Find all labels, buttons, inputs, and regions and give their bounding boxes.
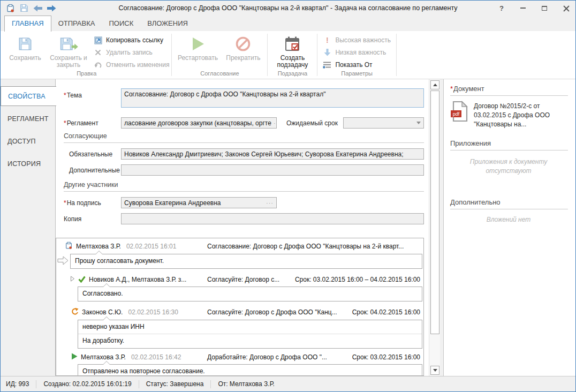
- scrollbar-thumb[interactable]: [430, 91, 439, 334]
- attachments-empty-text: Приложения к документу отсутствуют: [450, 157, 567, 176]
- pdf-icon: pdf: [450, 101, 468, 129]
- expander-icon[interactable]: [70, 276, 75, 283]
- thread-message-box[interactable]: неверно указан ИНН На доработку.: [78, 320, 422, 349]
- copy-link-label: Копировать ссылку: [106, 36, 163, 44]
- title-bar: Согласование: Договор с Дрофа ООО "Канцт…: [1, 1, 575, 16]
- forward-icon[interactable]: [47, 5, 56, 12]
- create-subtask-icon: [284, 35, 301, 53]
- additional-section-header: Дополнительно: [450, 198, 568, 209]
- status-state: Статус: Завершена: [146, 380, 204, 388]
- required-marker: *: [64, 92, 66, 99]
- status-bar: ИД: 993 Создано: 02.02.2015 16:01:19 Ста…: [1, 376, 575, 391]
- quick-save-icon[interactable]: [20, 4, 28, 12]
- thread-subject: Согласуйте: Договор с Дрофа ООО "Канц...: [207, 308, 337, 316]
- tab-poisk[interactable]: ПОИСК: [102, 16, 140, 31]
- required-marker: *: [64, 199, 66, 207]
- thread-message-box[interactable]: Прошу согласовать документ.: [70, 254, 422, 269]
- vertical-scrollbar[interactable]: [429, 79, 440, 376]
- thread-message-text: Прошу согласовать документ.: [71, 254, 422, 268]
- save-and-close-button[interactable]: Сохранить и закрыть: [47, 31, 90, 69]
- copy-label: Копия: [64, 215, 81, 223]
- thread-item-header[interactable]: Мелтахова З.Р. 02.02.2015 16:01 Согласов…: [56, 242, 422, 251]
- tema-field[interactable]: Согласование: Договор с Дрофа ООО "Канцт…: [121, 88, 424, 108]
- ribbon-group-approval-label: Согласование: [174, 70, 265, 79]
- required-marker: *: [450, 85, 453, 93]
- status-separator: [210, 380, 211, 388]
- low-importance-button[interactable]: Низкая важность: [323, 48, 390, 57]
- sidebar-item-istoriya[interactable]: ИСТОРИЯ: [1, 154, 55, 174]
- close-button[interactable]: [562, 4, 570, 12]
- sidebar-item-svoystva[interactable]: СВОЙСТВА: [1, 86, 56, 106]
- ribbon-group-subtask: Создать подзадачу Подзадача: [268, 31, 317, 79]
- thread-author: Новиков А.Д., Мелтахова З.Р. з...: [89, 276, 186, 283]
- section-other-participants: Другие участники: [64, 181, 424, 192]
- scroll-up-button[interactable]: [430, 80, 439, 89]
- expected-combobox[interactable]: [343, 117, 424, 129]
- thread-date: 02.02.2015 16:01: [126, 243, 176, 250]
- scroll-down-button[interactable]: [430, 366, 439, 375]
- undo-icon: [94, 61, 102, 69]
- thread-item-header[interactable]: Мелтахова З.Р. 02.02.2015 16:42 Доработа…: [56, 352, 422, 362]
- tab-glavnaya[interactable]: ГЛАВНАЯ: [4, 16, 51, 32]
- thread-subject: Согласование: Договор с Дрофа ООО "Канцт…: [207, 243, 404, 250]
- maximize-button[interactable]: [540, 4, 549, 12]
- thread-message-box[interactable]: Отправлено на повторное согласование.: [78, 364, 422, 376]
- svg-text:pdf: pdf: [453, 111, 460, 117]
- stop-button[interactable]: Прекратить: [221, 31, 265, 62]
- save-and-close-label: Сохранить и закрыть: [47, 55, 90, 69]
- back-icon[interactable]: [33, 5, 42, 12]
- restart-button[interactable]: Рестартовать: [174, 31, 221, 62]
- window-controls: ?: [497, 4, 570, 12]
- sign-field[interactable]: Суворова Екатерина Андреевна···: [121, 197, 277, 208]
- minimize-button[interactable]: [519, 4, 527, 12]
- document-section-header: *Документ: [450, 85, 568, 96]
- restart-label: Рестартовать: [178, 55, 218, 62]
- save-button[interactable]: Сохранить: [4, 31, 47, 62]
- thread-item-header[interactable]: Новиков А.Д., Мелтахова З.Р. з... Соглас…: [56, 275, 422, 284]
- sign-label: *На подпись: [64, 199, 101, 207]
- thread-author: Законов С.Ю.: [82, 308, 123, 316]
- thread-message-box[interactable]: Согласовано.: [78, 287, 422, 301]
- required-marker: *: [64, 119, 66, 127]
- section-approvers: Согласующие: [64, 132, 424, 143]
- reglament-browse-button[interactable]: ···: [271, 120, 277, 126]
- expected-label: Ожидаемый срок: [286, 119, 338, 127]
- status-separator: [139, 380, 139, 388]
- attachments-section-header: Приложения: [450, 139, 568, 150]
- required-approvers-field[interactable]: Новиков Александр Дмитриевич; Законов Се…: [121, 148, 424, 160]
- high-importance-label: Высокая важность: [335, 36, 390, 44]
- tab-otpravka[interactable]: ОТПРАВКА: [51, 16, 102, 31]
- copy-link-button[interactable]: Копировать ссылку: [94, 36, 169, 44]
- thread-subject: Согласуйте: Договор с...: [207, 276, 279, 283]
- sidebar-item-reglament[interactable]: РЕГЛАМЕНТ: [1, 109, 55, 129]
- high-importance-button[interactable]: ! Высокая важность: [323, 36, 390, 44]
- task-icon: [6, 4, 15, 13]
- thread-message-text: Согласовано.: [78, 287, 422, 300]
- create-subtask-button[interactable]: Создать подзадачу: [270, 31, 315, 69]
- stop-icon: [234, 35, 252, 53]
- undo-changes-button[interactable]: Отменить изменения: [94, 61, 169, 69]
- low-importance-label: Низкая важность: [335, 49, 386, 56]
- thread-deadline: Срок: 03.02.2015 16:00 – 04.02.2015 16:0…: [295, 276, 420, 283]
- properties-form: *Тема Согласование: Договор с Дрофа ООО …: [56, 79, 429, 376]
- thread-item-header[interactable]: Законов С.Ю. 02.02.2015 16:30 Согласуйте…: [56, 307, 422, 317]
- thread-author: Мелтахова З.Р.: [76, 243, 121, 250]
- copy-field[interactable]: [121, 213, 424, 224]
- task-icon: [65, 242, 73, 251]
- delete-record-label: Удалить запись: [106, 49, 153, 56]
- scroll-down-icon: [433, 369, 437, 372]
- additional-approvers-field[interactable]: [121, 164, 424, 176]
- tab-vlozheniya[interactable]: ВЛОЖЕНИЯ: [140, 16, 195, 31]
- sign-browse-button[interactable]: ···: [264, 200, 274, 206]
- thread-message-text: На доработку.: [78, 334, 422, 348]
- sidebar-item-dostup[interactable]: ДОСТУП: [1, 131, 55, 151]
- show-from-button[interactable]: Показать От: [323, 61, 390, 69]
- ribbon-group-edit-label: Правка: [4, 70, 169, 79]
- sign-value: Суворова Екатерина Андреевна: [124, 199, 221, 207]
- document-item[interactable]: pdf Договор №2015/2-с от 03.02.2015 с Др…: [450, 101, 571, 129]
- delete-record-button[interactable]: Удалить запись: [94, 48, 169, 57]
- sent-play-icon: [71, 353, 78, 361]
- content-area: СВОЙСТВА РЕГЛАМЕНТ ДОСТУП ИСТОРИЯ *Тема …: [1, 79, 575, 376]
- help-button[interactable]: ?: [497, 4, 506, 12]
- reglament-field[interactable]: ласование договоров закупки (канцтовары,…: [121, 117, 277, 129]
